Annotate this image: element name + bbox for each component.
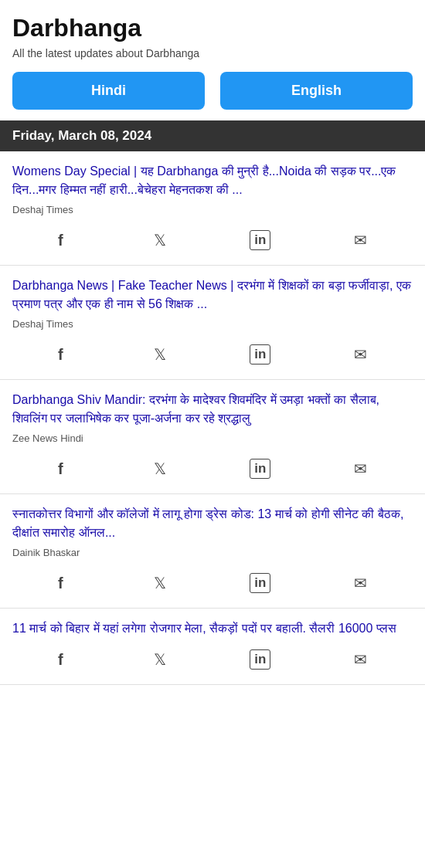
hindi-button[interactable]: Hindi	[12, 72, 205, 110]
email-share-icon[interactable]: ✉	[346, 571, 375, 595]
email-share-icon[interactable]: ✉	[346, 456, 375, 481]
english-button[interactable]: English	[220, 72, 413, 110]
facebook-share-icon[interactable]: f	[50, 343, 71, 367]
twitter-share-icon[interactable]: 𝕏	[146, 342, 174, 367]
news-item: 11 मार्च को बिहार में यहां लगेगा रोजगार …	[0, 609, 425, 685]
news-title[interactable]: 11 मार्च को बिहार में यहां लगेगा रोजगार …	[12, 619, 413, 638]
share-row: f𝕏in✉	[12, 223, 413, 259]
news-title[interactable]: Darbhanga Shiv Mandir: दरभंगा के मादेश्व…	[12, 391, 413, 428]
share-row: f𝕏in✉	[12, 452, 413, 487]
twitter-share-icon[interactable]: 𝕏	[146, 647, 174, 672]
linkedin-share-icon[interactable]: in	[250, 649, 270, 670]
facebook-share-icon[interactable]: f	[50, 229, 71, 253]
share-row: f𝕏in✉	[12, 337, 413, 373]
news-item: Darbhanga Shiv Mandir: दरभंगा के मादेश्व…	[0, 380, 425, 494]
email-share-icon[interactable]: ✉	[346, 647, 375, 672]
news-item: स्नातकोत्तर विभागों और कॉलेजों में लागू …	[0, 494, 425, 609]
share-row: f𝕏in✉	[12, 566, 413, 602]
linkedin-share-icon[interactable]: in	[250, 573, 270, 593]
app-header: Darbhanga All the latest updates about D…	[0, 0, 425, 120]
news-source: Dainik Bhaskar	[12, 547, 413, 558]
news-list: Womens Day Special | यह Darbhanga की मुन…	[0, 151, 425, 685]
news-source: Zee News Hindi	[12, 432, 413, 444]
facebook-share-icon[interactable]: f	[50, 457, 71, 481]
linkedin-share-icon[interactable]: in	[250, 459, 270, 479]
news-title[interactable]: Womens Day Special | यह Darbhanga की मुन…	[12, 162, 413, 199]
news-title[interactable]: Darbhanga News | Fake Teacher News | दरभ…	[12, 276, 413, 314]
language-buttons: Hindi English	[12, 72, 413, 110]
twitter-share-icon[interactable]: 𝕏	[146, 456, 174, 481]
linkedin-share-icon[interactable]: in	[250, 344, 270, 364]
facebook-share-icon[interactable]: f	[50, 571, 71, 595]
news-item: Darbhanga News | Fake Teacher News | दरभ…	[0, 266, 425, 380]
twitter-share-icon[interactable]: 𝕏	[146, 228, 174, 253]
date-banner: Friday, March 08, 2024	[0, 120, 425, 151]
twitter-share-icon[interactable]: 𝕏	[146, 571, 174, 595]
linkedin-share-icon[interactable]: in	[250, 230, 270, 250]
email-share-icon[interactable]: ✉	[346, 228, 375, 253]
news-source: Deshaj Times	[12, 318, 413, 330]
share-row: f𝕏in✉	[12, 643, 413, 678]
email-share-icon[interactable]: ✉	[346, 342, 375, 367]
news-item: Womens Day Special | यह Darbhanga की मुन…	[0, 151, 425, 266]
app-subtitle: All the latest updates about Darbhanga	[12, 47, 413, 59]
app-title: Darbhanga	[12, 14, 413, 42]
news-title[interactable]: स्नातकोत्तर विभागों और कॉलेजों में लागू …	[12, 505, 413, 542]
facebook-share-icon[interactable]: f	[50, 648, 71, 672]
news-source: Deshaj Times	[12, 204, 413, 215]
